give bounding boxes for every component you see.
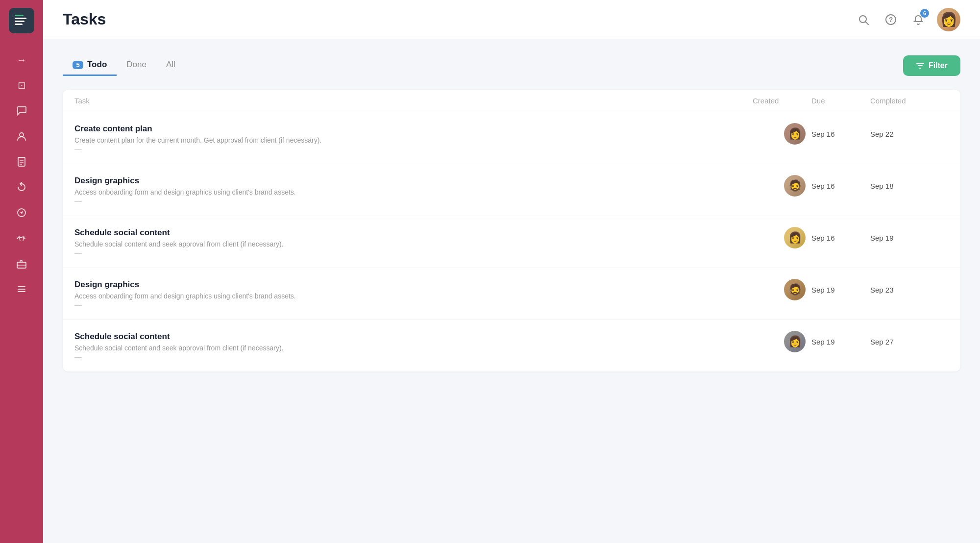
task-info: Schedule social content Schedule social … (74, 332, 753, 352)
tab-todo[interactable]: 5 Todo (63, 55, 117, 76)
cell-avatar-created: 👩 (753, 331, 811, 352)
task-desc: Access onboarding form and design graphi… (74, 292, 753, 300)
handshake-icon[interactable] (11, 227, 32, 249)
header-actions: ? 6 👩 (855, 8, 960, 31)
sidebar: → ⊡ (0, 0, 43, 543)
col-created: Sep 16 (811, 130, 870, 138)
task-avatar: 👩 (784, 331, 806, 352)
content-area: 5 Todo Done All Filter Task Created Due (43, 39, 980, 543)
user-icon[interactable] (11, 125, 32, 147)
filter-button[interactable]: Filter (903, 55, 960, 76)
filter-button-label: Filter (929, 61, 948, 70)
col-completed: — (74, 300, 753, 309)
task-name: Design graphics (74, 280, 753, 290)
svg-line-16 (866, 22, 869, 25)
task-desc: Schedule social content and seek approva… (74, 344, 753, 352)
table-row[interactable]: Design graphics Access onboarding form a… (63, 164, 960, 216)
task-info: Design graphics Access onboarding form a… (74, 176, 753, 196)
col-created: Sep 19 (811, 286, 870, 294)
task-info: Design graphics Access onboarding form a… (74, 280, 753, 300)
col-completed: — (74, 352, 753, 361)
col-due: Sep 27 (870, 338, 949, 346)
task-avatar: 🧔 (784, 175, 806, 197)
col-created: Sep 19 (811, 338, 870, 346)
task-info: Schedule social content Schedule social … (74, 228, 753, 248)
task-name: Create content plan (74, 124, 753, 134)
table-header: Task Created Due Completed (63, 90, 960, 112)
cell-avatar-created: 🧔 (753, 279, 811, 300)
task-desc: Access onboarding form and design graphi… (74, 188, 753, 196)
col-due: Sep 23 (870, 286, 949, 294)
svg-text:?: ? (889, 16, 893, 24)
table-row[interactable]: Create content plan Create content plan … (63, 112, 960, 164)
tab-all-label: All (166, 60, 175, 70)
tabs-row: 5 Todo Done All Filter (63, 55, 960, 76)
task-avatar: 🧔 (784, 279, 806, 300)
help-icon[interactable]: ? (882, 11, 900, 28)
tab-all[interactable]: All (156, 55, 185, 76)
document-icon[interactable] (11, 151, 32, 173)
col-created-header: Created (753, 97, 811, 105)
header: Tasks ? 6 👩 (43, 0, 980, 39)
task-table: Task Created Due Completed Create conten… (63, 90, 960, 371)
task-avatar: 👩 (784, 227, 806, 248)
col-due: Sep 18 (870, 182, 949, 190)
cell-avatar-created: 🧔 (753, 175, 811, 197)
col-due: Sep 22 (870, 130, 949, 138)
tab-todo-label: Todo (87, 60, 107, 70)
cell-avatar-created: 👩 (753, 227, 811, 248)
task-name: Design graphics (74, 176, 753, 186)
task-desc: Schedule social content and seek approva… (74, 240, 753, 248)
notification-badge: 6 (920, 9, 929, 18)
svg-rect-0 (15, 15, 24, 16)
svg-rect-3 (15, 24, 23, 25)
col-created: Sep 16 (811, 182, 870, 190)
col-due-header: Due (811, 97, 870, 105)
tabs: 5 Todo Done All (63, 55, 185, 76)
user-avatar[interactable]: 👩 (937, 8, 960, 31)
col-completed: — (74, 145, 753, 153)
list-icon[interactable] (11, 278, 32, 300)
arrow-right-icon[interactable]: → (11, 49, 32, 71)
briefcase-icon[interactable] (11, 253, 32, 274)
col-completed-header: Completed (870, 97, 949, 105)
task-name: Schedule social content (74, 332, 753, 342)
col-due: Sep 19 (870, 234, 949, 242)
col-created: Sep 16 (811, 234, 870, 242)
chat-icon[interactable] (11, 100, 32, 122)
tab-done-label: Done (126, 60, 147, 70)
cell-avatar-created: 👩 (753, 123, 811, 145)
svg-rect-1 (15, 18, 26, 19)
svg-rect-5 (18, 157, 25, 166)
task-name: Schedule social content (74, 228, 753, 238)
task-avatar: 👩 (784, 123, 806, 145)
refresh-icon[interactable] (11, 176, 32, 198)
tab-done[interactable]: Done (117, 55, 156, 76)
col-task-header: Task (74, 97, 753, 105)
notification-icon[interactable]: 6 (909, 11, 927, 28)
task-info: Create content plan Create content plan … (74, 124, 753, 144)
table-row[interactable]: Schedule social content Schedule social … (63, 320, 960, 371)
main-area: Tasks ? 6 👩 5 Todo (43, 0, 980, 543)
svg-point-4 (20, 133, 24, 137)
task-desc: Create content plan for the current mont… (74, 136, 753, 144)
col-completed: — (74, 197, 753, 205)
todo-badge: 5 (73, 61, 83, 69)
table-row[interactable]: Schedule social content Schedule social … (63, 216, 960, 268)
inbox-icon[interactable]: ⊡ (11, 74, 32, 96)
page-title: Tasks (63, 10, 106, 28)
col-completed: — (74, 248, 753, 257)
table-row[interactable]: Design graphics Access onboarding form a… (63, 268, 960, 320)
app-logo[interactable] (9, 8, 34, 33)
search-icon[interactable] (855, 11, 872, 28)
compass-icon[interactable] (11, 202, 32, 223)
svg-rect-2 (15, 21, 24, 22)
